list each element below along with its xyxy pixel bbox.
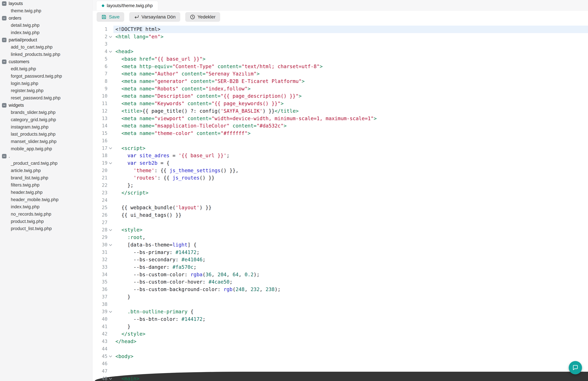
code-line[interactable]: 40 --bs-btn-color: #144172;: [93, 316, 588, 323]
tree-file-item[interactable]: _product_card.twig.php: [0, 160, 92, 167]
code-line[interactable]: 23 </script>: [93, 189, 588, 197]
tree-file-item[interactable]: reset_password.twig.php: [0, 94, 92, 102]
code-line[interactable]: 26 {{ ui_head_tags() }}: [93, 211, 588, 219]
code-line[interactable]: 31 --bs-primary: #144172;: [93, 249, 588, 256]
fold-chevron-icon[interactable]: [107, 145, 113, 152]
code-line[interactable]: 17 <script>: [93, 145, 588, 152]
code-line[interactable]: 29 :root,: [93, 234, 588, 241]
code-line[interactable]: 16: [93, 137, 588, 145]
tree-file-item[interactable]: linked_products.twig.php: [0, 51, 92, 58]
code-line[interactable]: 28 <style>: [93, 226, 588, 234]
tree-file-item[interactable]: category_grid.twig.php: [0, 116, 92, 123]
code-line[interactable]: 22 };: [93, 182, 588, 189]
tree-folder[interactable]: −.: [0, 152, 92, 160]
tree-file-item[interactable]: header_mobile.twig.php: [0, 196, 92, 203]
collapse-minus-icon[interactable]: −: [2, 103, 6, 108]
code-line[interactable]: 24: [93, 197, 588, 204]
code-line[interactable]: 14 <meta name="msapplication-TileColor" …: [93, 122, 588, 130]
code-line[interactable]: 34 --bs-custom-color: rgba(36, 204, 64, …: [93, 271, 588, 279]
fold-chevron-icon[interactable]: [107, 241, 113, 249]
code-line[interactable]: 15 <meta name="theme-color" content="#ff…: [93, 130, 588, 137]
tree-folder[interactable]: −partial/product: [0, 36, 92, 43]
code-line[interactable]: 12 <title>{{ page_title() ?: config('SAY…: [93, 107, 588, 115]
code-line[interactable]: 20 'theme': {{ js_theme_settings() }},: [93, 167, 588, 174]
tree-file-item[interactable]: register.twig.php: [0, 87, 92, 94]
code-line[interactable]: 32 --bs-secondary: #e41046;: [93, 256, 588, 263]
tab-layouts-theme-twig[interactable]: layouts/theme.twig.php: [96, 1, 158, 10]
fold-chevron-icon[interactable]: [107, 160, 113, 167]
collapse-minus-icon[interactable]: −: [2, 1, 6, 6]
tree-file-item[interactable]: theme.twig.php: [0, 7, 92, 15]
fold-chevron-icon[interactable]: [107, 308, 113, 316]
code-line[interactable]: 6 <meta http-equiv="Content-Type" conten…: [93, 63, 588, 70]
collapse-minus-icon[interactable]: −: [2, 16, 6, 20]
code-line[interactable]: 8 <meta name="generator" content="SER-B2…: [93, 78, 588, 85]
collapse-minus-icon[interactable]: −: [2, 60, 6, 64]
code-line[interactable]: 36 --bs-custom-background-color: rgb(248…: [93, 286, 588, 293]
code-line[interactable]: 37 }: [93, 293, 588, 301]
tree-file-item[interactable]: brand_list.twig.php: [0, 174, 92, 182]
reset-default-button[interactable]: Varsayılana Dön: [129, 12, 180, 22]
tree-file-item[interactable]: detail.twig.php: [0, 22, 92, 29]
tree-file-item[interactable]: manset_slider.twig.php: [0, 138, 92, 145]
code-line[interactable]: 48 <main>: [93, 375, 588, 381]
fold-chevron-icon[interactable]: [107, 375, 113, 381]
collapse-minus-icon[interactable]: −: [2, 38, 6, 42]
tree-folder[interactable]: −widgets: [0, 102, 92, 109]
code-line[interactable]: 7 <meta name="Author" content="Serenay Y…: [93, 70, 588, 78]
code-line[interactable]: 39 .btn-outline-primary {: [93, 308, 588, 316]
code-line[interactable]: 2<html lang="en">: [93, 33, 588, 40]
tree-file-item[interactable]: product_list.twig.php: [0, 225, 92, 232]
code-line[interactable]: 44: [93, 345, 588, 353]
code-line[interactable]: 13 <meta name="viewport" content="width=…: [93, 115, 588, 122]
code-line[interactable]: 5 <base href="{{ base_url }}">: [93, 55, 588, 63]
fold-chevron-icon[interactable]: [107, 33, 113, 40]
code-line[interactable]: 47: [93, 367, 588, 375]
tree-file-item[interactable]: index.twig.php: [0, 203, 92, 211]
tree-file-item[interactable]: edit.twig.php: [0, 65, 92, 73]
fold-chevron-icon[interactable]: [107, 226, 113, 234]
tree-file-item[interactable]: mobile_app.twig.php: [0, 145, 92, 153]
tree-file-item[interactable]: index.twig.php: [0, 29, 92, 36]
code-line[interactable]: 3: [93, 40, 588, 48]
code-line[interactable]: 46: [93, 360, 588, 367]
tree-file-item[interactable]: no_records.twig.php: [0, 211, 92, 218]
code-line[interactable]: 41 }: [93, 323, 588, 330]
tree-file-item[interactable]: brands_slider.twig.php: [0, 109, 92, 116]
tree-folder[interactable]: −layouts: [0, 0, 92, 7]
code-line[interactable]: 45<body>: [93, 353, 588, 360]
code-line[interactable]: 10 <meta name="Description" content="{{ …: [93, 92, 588, 100]
code-line[interactable]: 21 'routes': {{ js_routes() }}: [93, 174, 588, 182]
fold-chevron-icon[interactable]: [107, 353, 113, 360]
tree-file-item[interactable]: product.twig.php: [0, 218, 92, 225]
tree-folder[interactable]: −customers: [0, 58, 92, 65]
code-line[interactable]: 33 --bs-danger: #fa570c;: [93, 263, 588, 271]
save-button[interactable]: Save: [97, 12, 124, 22]
code-line[interactable]: 38: [93, 301, 588, 308]
code-line[interactable]: 30 [data-bs-theme=light] {: [93, 241, 588, 249]
code-line[interactable]: 11 <meta name="Keywords" content="{{ pag…: [93, 100, 588, 107]
tree-file-item[interactable]: last_products.twig.php: [0, 131, 92, 138]
fold-chevron-icon[interactable]: [107, 48, 113, 55]
tree-file-item[interactable]: article.twig.php: [0, 167, 92, 174]
code-editor[interactable]: 1<!DOCTYPE html>2<html lang="en">34<head…: [93, 23, 588, 381]
tree-file-item[interactable]: header.twig.php: [0, 189, 92, 196]
code-line[interactable]: 27: [93, 219, 588, 226]
code-line[interactable]: 42 </style>: [93, 330, 588, 338]
backups-button[interactable]: Yedekler: [185, 12, 220, 22]
code-line[interactable]: 9 <meta name="Robots" content="index,fol…: [93, 85, 588, 93]
collapse-minus-icon[interactable]: −: [2, 154, 6, 159]
code-line[interactable]: 19 var serb2b = {: [93, 160, 588, 167]
tree-file-item[interactable]: filters.twig.php: [0, 181, 92, 189]
tree-file-item[interactable]: login.twig.php: [0, 80, 92, 87]
code-line[interactable]: 25 {{ webpack_bundle('layout') }}: [93, 204, 588, 211]
code-line[interactable]: 35 --bs-custom-color-hover: #4cae50;: [93, 278, 588, 286]
support-fab-button[interactable]: [569, 361, 582, 374]
code-line[interactable]: 1<!DOCTYPE html>: [93, 26, 588, 33]
code-line[interactable]: 4<head>: [93, 48, 588, 55]
code-line[interactable]: 18 var site_adres = '{{ base_url }}';: [93, 152, 588, 160]
code-line[interactable]: 43</head>: [93, 338, 588, 345]
tree-folder[interactable]: −orders: [0, 15, 92, 22]
tree-file-item[interactable]: forgot_password.twig.php: [0, 73, 92, 80]
tree-file-item[interactable]: instagram.twig.php: [0, 123, 92, 131]
